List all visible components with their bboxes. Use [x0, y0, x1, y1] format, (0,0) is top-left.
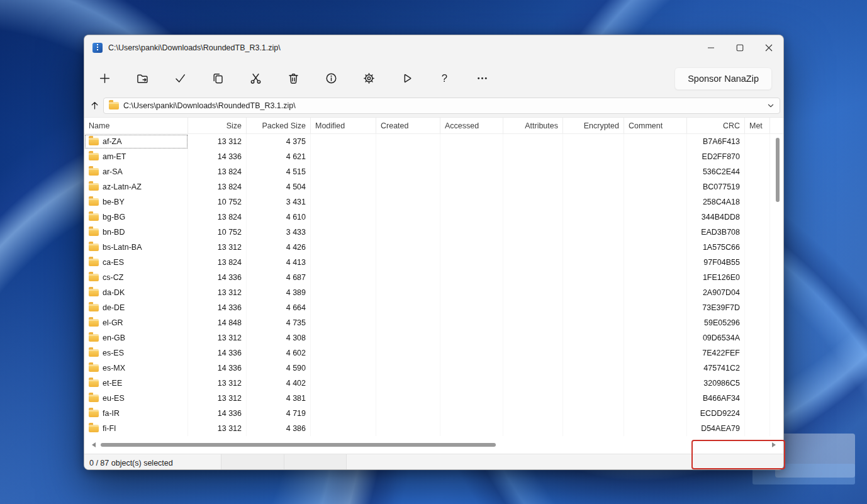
- table-row[interactable]: ar-SA 13 824 4 515 536C2E44: [84, 164, 783, 179]
- add-button[interactable]: [91, 66, 118, 91]
- column-header-comment[interactable]: Comment: [624, 118, 687, 133]
- file-created: [376, 421, 440, 436]
- table-row[interactable]: bg-BG 13 824 4 610 344B4DD8: [84, 210, 783, 225]
- file-method: [745, 134, 770, 149]
- column-header-encrypted[interactable]: Encrypted: [563, 118, 624, 133]
- file-comment: [624, 179, 687, 194]
- vscroll-thumb[interactable]: [776, 138, 780, 202]
- file-accessed: [440, 149, 503, 164]
- horizontal-scrollbar[interactable]: [84, 436, 783, 454]
- column-header-created[interactable]: Created: [376, 118, 440, 133]
- file-name: es-MX: [103, 364, 125, 372]
- delete-button[interactable]: [279, 66, 307, 91]
- file-name: eu-ES: [103, 394, 125, 403]
- table-row[interactable]: bs-Latn-BA 13 312 4 426 1A575C66: [84, 240, 783, 255]
- table-row[interactable]: fi-FI 13 312 4 386 D54AEA79: [84, 421, 783, 436]
- file-accessed: [440, 240, 503, 255]
- close-button[interactable]: [754, 35, 783, 60]
- file-accessed: [440, 134, 503, 149]
- table-row[interactable]: da-DK 13 312 4 389 2A907D04: [84, 285, 783, 300]
- file-size: 13 312: [188, 134, 247, 149]
- file-packed-size: 4 389: [247, 285, 311, 300]
- file-packed-size: 4 381: [247, 391, 311, 406]
- file-packed-size: 3 433: [247, 225, 311, 240]
- file-comment: [624, 210, 687, 225]
- maximize-button[interactable]: [725, 35, 754, 60]
- file-modified: [311, 391, 376, 406]
- file-method: [745, 285, 770, 300]
- table-row[interactable]: eu-ES 13 312 4 381 B466AF34: [84, 391, 783, 406]
- table-row[interactable]: es-ES 14 336 4 602 7E422FEF: [84, 345, 783, 361]
- table-row[interactable]: ca-ES 13 824 4 413 97F04B55: [84, 255, 783, 270]
- status-segment: [284, 454, 347, 470]
- sponsor-button[interactable]: Sponsor NanaZip: [674, 67, 772, 90]
- file-encrypted: [563, 164, 624, 179]
- file-modified: [311, 300, 376, 315]
- file-crc: EAD3B708: [687, 225, 745, 240]
- address-path[interactable]: C:\Users\panki\Downloads\RoundedTB_R3.1.…: [123, 101, 761, 110]
- table-row[interactable]: af-ZA 13 312 4 375 B7A6F413: [84, 134, 783, 149]
- file-size: 13 312: [188, 391, 247, 406]
- address-combobox[interactable]: C:\Users\panki\Downloads\RoundedTB_R3.1.…: [103, 98, 780, 114]
- help-button[interactable]: ?: [430, 66, 458, 91]
- move-button[interactable]: [242, 66, 269, 91]
- vertical-scrollbar[interactable]: [774, 135, 781, 451]
- file-encrypted: [563, 391, 624, 406]
- table-row[interactable]: fa-IR 14 336 4 719 ECDD9224: [84, 406, 783, 421]
- folder-icon: [89, 259, 99, 266]
- chevron-down-icon[interactable]: [766, 101, 776, 111]
- table-row[interactable]: am-ET 14 336 4 621 ED2FF870: [84, 149, 783, 164]
- scroll-left-arrow-icon[interactable]: [92, 442, 96, 447]
- up-level-button[interactable]: [86, 98, 103, 114]
- extract-button[interactable]: [128, 66, 156, 91]
- selection-status: 0 / 87 object(s) selected: [84, 454, 221, 470]
- table-row[interactable]: et-EE 13 312 4 402 320986C5: [84, 376, 783, 391]
- file-name: bn-BD: [103, 228, 125, 237]
- settings-button[interactable]: [355, 66, 383, 91]
- folder-icon: [89, 395, 99, 402]
- table-row[interactable]: el-GR 14 848 4 735 59E05296: [84, 315, 783, 330]
- copy-button[interactable]: [204, 66, 232, 91]
- more-button[interactable]: [468, 66, 496, 91]
- column-header-crc[interactable]: CRC: [687, 118, 745, 133]
- file-modified: [311, 406, 376, 421]
- file-accessed: [440, 421, 503, 436]
- column-header-size[interactable]: Size: [188, 118, 247, 133]
- hscroll-track[interactable]: [98, 441, 769, 449]
- folder-icon: [89, 244, 99, 251]
- file-comment: [624, 194, 687, 210]
- table-row[interactable]: de-DE 14 336 4 664 73E39F7D: [84, 300, 783, 315]
- hscroll-thumb[interactable]: [101, 443, 496, 447]
- benchmark-button[interactable]: [393, 66, 420, 91]
- file-crc: 1A575C66: [687, 240, 745, 255]
- column-header-method[interactable]: Met: [745, 118, 770, 133]
- minimize-button[interactable]: [696, 35, 725, 60]
- file-crc: 344B4DD8: [687, 210, 745, 225]
- maximize-icon: [736, 44, 744, 52]
- folder-icon: [89, 153, 99, 160]
- status-bar: 0 / 87 object(s) selected: [84, 454, 783, 470]
- folder-icon: [89, 289, 99, 296]
- file-name-cell: es-ES: [84, 345, 188, 361]
- test-button[interactable]: [166, 66, 194, 91]
- column-header-attributes[interactable]: Attributes: [503, 118, 563, 133]
- table-row[interactable]: cs-CZ 14 336 4 687 1FE126E0: [84, 270, 783, 285]
- file-crc: 258C4A18: [687, 194, 745, 210]
- table-row[interactable]: es-MX 14 336 4 590 475741C2: [84, 361, 783, 376]
- table-row[interactable]: az-Latn-AZ 13 824 4 504 BC077519: [84, 179, 783, 194]
- info-button[interactable]: [317, 66, 345, 91]
- file-crc: ED2FF870: [687, 149, 745, 164]
- file-attributes: [503, 194, 563, 210]
- file-modified: [311, 270, 376, 285]
- column-header-accessed[interactable]: Accessed: [440, 118, 503, 133]
- column-header-name[interactable]: Name: [84, 118, 188, 133]
- table-row[interactable]: bn-BD 10 752 3 433 EAD3B708: [84, 225, 783, 240]
- file-attributes: [503, 164, 563, 179]
- column-header-modified[interactable]: Modified: [311, 118, 376, 133]
- table-row[interactable]: be-BY 10 752 3 431 258C4A18: [84, 194, 783, 210]
- file-packed-size: 4 621: [247, 149, 311, 164]
- file-comment: [624, 406, 687, 421]
- file-method: [745, 194, 770, 210]
- table-row[interactable]: en-GB 13 312 4 308 09D6534A: [84, 330, 783, 345]
- column-header-packed[interactable]: Packed Size: [247, 118, 311, 133]
